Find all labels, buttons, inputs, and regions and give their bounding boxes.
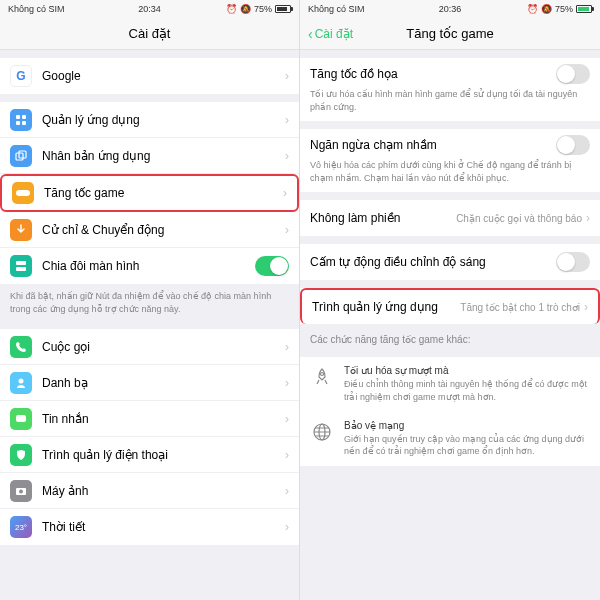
chevron-right-icon: › <box>285 69 289 83</box>
shield-icon <box>10 444 32 466</box>
other-features-title: Các chức năng tăng tốc game khác: <box>300 324 600 349</box>
row-messages[interactable]: Tin nhắn › <box>0 401 299 437</box>
row-gestures[interactable]: Cử chỉ & Chuyển động › <box>0 212 299 248</box>
graphics-boost-toggle[interactable] <box>556 64 590 84</box>
row-weather[interactable]: 23° Thời tiết › <box>0 509 299 545</box>
navbar: ‹ Cài đặt Tăng tốc game <box>300 18 600 50</box>
row-phone-manager[interactable]: Trình quản lý điện thoại › <box>0 437 299 473</box>
contacts-icon <box>10 372 32 394</box>
chevron-right-icon: › <box>285 448 289 462</box>
svg-rect-10 <box>16 415 26 422</box>
battery-text: 75% <box>254 4 272 14</box>
chevron-right-icon: › <box>285 113 289 127</box>
svg-rect-2 <box>16 121 20 125</box>
feature-title: Tối ưu hóa sự mượt mà <box>344 365 590 376</box>
back-button[interactable]: ‹ Cài đặt <box>308 26 353 42</box>
mistouch-toggle[interactable] <box>556 135 590 155</box>
alarm-icon: ⏰ <box>527 4 538 14</box>
sim-status: Không có SIM <box>308 4 403 14</box>
row-brightness-lock[interactable]: Cấm tự động điều chỉnh độ sáng <box>300 244 600 280</box>
row-label: Thời tiết <box>42 520 285 534</box>
row-label: Trình quản lý điện thoại <box>42 448 285 462</box>
right-screen: Không có SIM 20:36 ⏰ 🔕 75% ‹ Cài đặt Tăn… <box>300 0 600 600</box>
clone-icon <box>10 145 32 167</box>
row-label: Tăng tốc game <box>44 186 283 200</box>
row-label: Tăng tốc đồ họa <box>310 67 556 81</box>
feature-description: Giới hạn quyền truy cập vào mạng của các… <box>344 433 590 458</box>
apps-icon <box>10 109 32 131</box>
row-description: Tối ưu hóa cấu hình màn hình game để sử … <box>310 88 590 113</box>
svg-rect-0 <box>16 115 20 119</box>
feature-description: Điều chỉnh thông minh tài nguyên hệ thốn… <box>344 378 590 403</box>
navbar: Cài đặt <box>0 18 299 50</box>
svg-rect-8 <box>16 267 26 271</box>
row-label: Danh bạ <box>42 376 285 390</box>
status-icons: ⏰ 🔕 75% <box>197 4 291 14</box>
row-label: Cuộc gọi <box>42 340 285 354</box>
camera-icon <box>10 480 32 502</box>
row-contacts[interactable]: Danh bạ › <box>0 365 299 401</box>
gamepad-icon <box>12 182 34 204</box>
rocket-icon <box>310 365 334 389</box>
row-mistouch-prevention[interactable]: Ngăn ngừa chạm nhầm Vô hiệu hóa các phím… <box>300 129 600 192</box>
clock: 20:34 <box>102 4 196 14</box>
row-sublabel: Tăng tốc bật cho 1 trò chơi <box>460 302 580 313</box>
brightness-lock-toggle[interactable] <box>556 252 590 272</box>
row-label: Nhân bản ứng dụng <box>42 149 285 163</box>
weather-icon: 23° <box>10 516 32 538</box>
status-bar: Không có SIM 20:34 ⏰ 🔕 75% <box>0 0 299 18</box>
chevron-right-icon: › <box>285 520 289 534</box>
chevron-right-icon: › <box>285 412 289 426</box>
row-split-screen[interactable]: Chia đôi màn hình <box>0 248 299 284</box>
chevron-right-icon: › <box>285 484 289 498</box>
row-calls[interactable]: Cuộc gọi › <box>0 329 299 365</box>
svg-rect-6 <box>16 190 30 196</box>
dnd-icon: 🔕 <box>240 4 251 14</box>
back-label: Cài đặt <box>315 27 353 41</box>
status-icons: ⏰ 🔕 75% <box>497 4 592 14</box>
battery-icon <box>275 5 291 13</box>
chevron-right-icon: › <box>586 211 590 225</box>
dnd-icon: 🔕 <box>541 4 552 14</box>
split-screen-icon <box>10 255 32 277</box>
svg-point-12 <box>19 489 23 493</box>
chevron-right-icon: › <box>285 340 289 354</box>
split-screen-description: Khi đã bật, nhấn giữ Nút đa nhiệm để vào… <box>0 284 299 321</box>
chevron-right-icon: › <box>285 376 289 390</box>
google-icon: G <box>10 65 32 87</box>
row-camera[interactable]: Máy ảnh › <box>0 473 299 509</box>
clock: 20:36 <box>403 4 498 14</box>
row-label: Cấm tự động điều chỉnh độ sáng <box>310 255 556 269</box>
page-title: Tăng tốc game <box>406 26 494 41</box>
row-game-boost[interactable]: Tăng tốc game › <box>0 174 299 212</box>
battery-text: 75% <box>555 4 573 14</box>
row-app-clone[interactable]: Nhân bản ứng dụng › <box>0 138 299 174</box>
sim-status: Không có SIM <box>8 4 102 14</box>
svg-rect-3 <box>22 121 26 125</box>
left-screen: Không có SIM 20:34 ⏰ 🔕 75% Cài đặt G Goo… <box>0 0 300 600</box>
row-label: Chia đôi màn hình <box>42 259 255 273</box>
chevron-right-icon: › <box>285 223 289 237</box>
game-boost-list[interactable]: Tăng tốc đồ họa Tối ưu hóa cấu hình màn … <box>300 50 600 600</box>
row-graphics-boost[interactable]: Tăng tốc đồ họa Tối ưu hóa cấu hình màn … <box>300 58 600 121</box>
alarm-icon: ⏰ <box>226 4 237 14</box>
svg-point-9 <box>19 378 24 383</box>
svg-rect-7 <box>16 261 26 265</box>
message-icon <box>10 408 32 430</box>
row-app-manager[interactable]: Trình quản lý ứng dụng Tăng tốc bật cho … <box>300 288 600 324</box>
row-description: Vô hiệu hóa các phím dưới cùng khi ở Chế… <box>310 159 590 184</box>
row-label: Cử chỉ & Chuyển động <box>42 223 285 237</box>
row-label: Ngăn ngừa chạm nhầm <box>310 138 556 152</box>
row-label: Tin nhắn <box>42 412 285 426</box>
feature-title: Bảo vệ mạng <box>344 420 590 431</box>
split-screen-toggle[interactable] <box>255 256 289 276</box>
row-label: Quản lý ứng dụng <box>42 113 285 127</box>
row-do-not-disturb[interactable]: Không làm phiền Chặn cuộc gọi và thông b… <box>300 200 600 236</box>
settings-list[interactable]: G Google › Quản lý ứng dụng › Nhân bản ứ… <box>0 50 299 600</box>
page-title: Cài đặt <box>129 26 171 41</box>
row-google[interactable]: G Google › <box>0 58 299 94</box>
row-label: Trình quản lý ứng dụng <box>312 300 460 314</box>
row-app-management[interactable]: Quản lý ứng dụng › <box>0 102 299 138</box>
svg-point-13 <box>321 373 324 376</box>
phone-icon <box>10 336 32 358</box>
